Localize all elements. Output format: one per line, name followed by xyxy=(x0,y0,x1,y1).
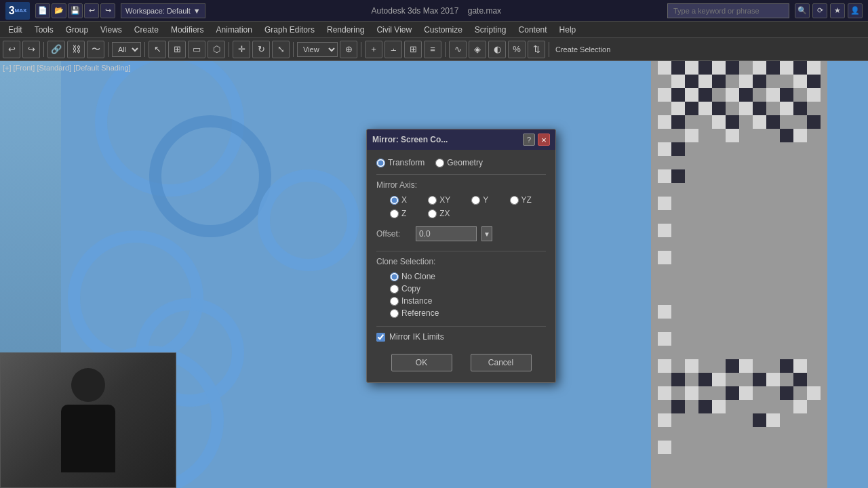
lasso-tool[interactable]: ⬡ xyxy=(208,41,225,58)
no-clone-option[interactable]: No Clone xyxy=(390,272,546,281)
head xyxy=(71,368,105,402)
save-file-icon[interactable]: 💾 xyxy=(68,3,83,18)
axis-zx-option[interactable]: ZX xyxy=(428,209,465,218)
menu-scripting[interactable]: Scripting xyxy=(469,22,512,37)
transform-option[interactable]: Transform xyxy=(376,158,425,167)
transform-radio[interactable] xyxy=(376,159,385,167)
svg-rect-57 xyxy=(698,88,712,102)
axis-yz-option[interactable]: YZ xyxy=(510,195,547,205)
redo-icon[interactable]: ↪ xyxy=(100,3,115,18)
axis-xy-radio[interactable] xyxy=(428,196,437,205)
axis-xy-option[interactable]: XY xyxy=(428,195,465,205)
svg-rect-4 xyxy=(658,115,671,129)
svg-rect-30 xyxy=(793,75,807,88)
percent-tool[interactable]: % xyxy=(508,41,526,58)
menu-civil-view[interactable]: Civil View xyxy=(371,22,417,37)
update-icon[interactable]: ⟳ xyxy=(812,3,827,18)
open-file-icon[interactable]: 📂 xyxy=(52,3,66,18)
reference-radio[interactable] xyxy=(390,309,399,318)
rect-select-tool[interactable]: ▭ xyxy=(188,41,205,58)
reference-option[interactable]: Reference xyxy=(390,308,546,318)
unlink-tool[interactable]: ⛓ xyxy=(67,41,85,58)
mirror-ik-checkbox[interactable] xyxy=(376,333,385,342)
filter-dropdown[interactable]: All xyxy=(112,42,141,57)
instance-radio[interactable] xyxy=(390,297,399,306)
menu-animation[interactable]: Animation xyxy=(211,22,258,37)
axis-y-option[interactable]: Y xyxy=(471,195,502,205)
dialog-close-button[interactable]: × xyxy=(538,134,550,146)
align-tool[interactable]: ⊞ xyxy=(404,41,422,58)
menu-modifiers[interactable]: Modifiers xyxy=(165,22,210,37)
axis-x-option[interactable]: X xyxy=(390,195,421,205)
no-clone-radio[interactable] xyxy=(390,272,399,281)
svg-rect-45 xyxy=(766,413,780,427)
axis-z-option[interactable]: Z xyxy=(390,209,421,218)
svg-rect-33 xyxy=(807,88,821,102)
view-dropdown[interactable]: View xyxy=(297,42,338,57)
extra-tool[interactable]: ⇅ xyxy=(528,41,545,58)
sep6 xyxy=(361,42,361,57)
curves-tool[interactable]: ∿ xyxy=(449,41,467,58)
keyword-search[interactable] xyxy=(667,3,789,18)
instance-option[interactable]: Instance xyxy=(390,296,546,306)
menu-group[interactable]: Group xyxy=(60,22,94,37)
menu-edit[interactable]: Edit xyxy=(3,22,28,37)
mirror-tool[interactable]: ⫠ xyxy=(384,41,402,58)
svg-rect-31 xyxy=(793,129,807,142)
scale-tool[interactable]: ⤡ xyxy=(272,41,290,58)
menu-tools[interactable]: Tools xyxy=(29,22,59,37)
divider-1 xyxy=(376,174,546,175)
copy-radio[interactable] xyxy=(390,285,399,293)
svg-rect-75 xyxy=(698,373,712,386)
pivot-tool[interactable]: ⊕ xyxy=(340,41,357,58)
copy-option[interactable]: Copy xyxy=(390,284,546,293)
link-tool[interactable]: 🔗 xyxy=(47,41,65,58)
menu-graph-editors[interactable]: Graph Editors xyxy=(259,22,320,37)
app-logo: 3 MAX xyxy=(5,2,30,20)
axis-x-radio[interactable] xyxy=(390,196,399,205)
menu-rendering[interactable]: Rendering xyxy=(321,22,370,37)
undo-icon[interactable]: ↩ xyxy=(84,3,99,18)
render-tool[interactable]: ◈ xyxy=(469,41,486,58)
svg-rect-41 xyxy=(712,400,726,413)
offset-spinner[interactable]: ▼ xyxy=(481,226,492,241)
rotate-tool[interactable]: ↻ xyxy=(252,41,270,58)
bind-tool[interactable]: 〜 xyxy=(87,41,104,58)
dialog-help-button[interactable]: ? xyxy=(523,134,535,146)
material-tool[interactable]: ◐ xyxy=(488,41,506,58)
file-buttons: 📄 📂 💾 ↩ ↪ xyxy=(35,3,115,18)
offset-input[interactable] xyxy=(416,226,477,241)
new-file-icon[interactable]: 📄 xyxy=(35,3,50,18)
menu-customize[interactable]: Customize xyxy=(418,22,468,37)
axis-zx-radio[interactable] xyxy=(428,209,437,218)
move-tool[interactable]: ✛ xyxy=(233,41,250,58)
svg-rect-21 xyxy=(726,88,739,102)
undo-tool[interactable]: ↩ xyxy=(3,41,20,58)
search-icon[interactable]: 🔍 xyxy=(795,3,810,18)
axis-yz-radio[interactable] xyxy=(510,196,519,205)
axis-z-radio[interactable] xyxy=(390,209,399,218)
menu-content[interactable]: Content xyxy=(513,22,553,37)
svg-rect-71 xyxy=(807,75,821,88)
layer-tool[interactable]: ≡ xyxy=(424,41,441,58)
axis-y-radio[interactable] xyxy=(471,196,480,205)
menu-help[interactable]: Help xyxy=(554,22,582,37)
select-tool[interactable]: ↖ xyxy=(149,41,166,58)
geometry-radio[interactable] xyxy=(435,159,444,167)
svg-rect-54 xyxy=(685,75,698,88)
svg-rect-47 xyxy=(793,400,807,413)
svg-rect-77 xyxy=(726,359,739,373)
menu-create[interactable]: Create xyxy=(129,22,164,37)
svg-rect-7 xyxy=(658,197,671,210)
select-region-tool[interactable]: ⊞ xyxy=(168,41,186,58)
ok-button[interactable]: OK xyxy=(391,354,452,371)
workspace-dropdown[interactable]: Workspace: Default ▼ xyxy=(121,3,205,18)
star-icon[interactable]: ★ xyxy=(830,3,845,18)
mirror-ik-label: Mirror IK Limits xyxy=(389,332,444,342)
menu-views[interactable]: Views xyxy=(95,22,127,37)
redo-tool[interactable]: ↪ xyxy=(22,41,40,58)
snap-tool[interactable]: + xyxy=(365,41,382,58)
geometry-option[interactable]: Geometry xyxy=(435,158,483,167)
user-icon[interactable]: 👤 xyxy=(848,3,863,18)
cancel-button[interactable]: Cancel xyxy=(471,354,532,371)
